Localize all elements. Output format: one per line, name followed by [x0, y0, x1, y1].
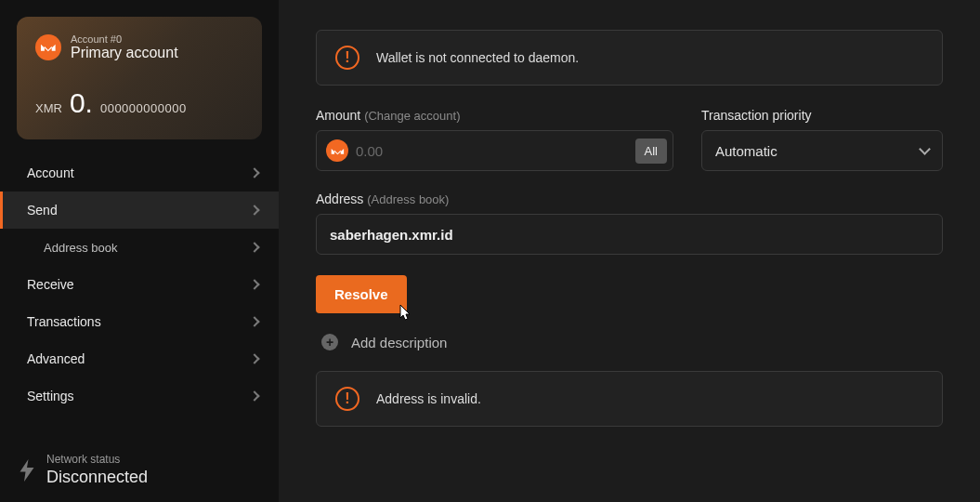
all-button[interactable]: All — [635, 139, 667, 164]
warning-icon: ! — [335, 387, 359, 411]
sidebar-item-transactions[interactable]: Transactions — [0, 303, 279, 340]
network-status-label: Network status — [46, 453, 148, 466]
sidebar-item-label: Settings — [27, 389, 74, 403]
sidebar-item-receive[interactable]: Receive — [0, 266, 279, 303]
resolve-button[interactable]: Resolve — [316, 275, 407, 313]
amount-label: Amount — [316, 108, 360, 123]
amount-input[interactable] — [356, 143, 628, 159]
account-number: Account #0 — [71, 33, 178, 45]
monero-logo-icon — [326, 139, 348, 162]
address-input[interactable] — [330, 227, 929, 243]
sidebar-menu: Account Send Address book Receive Transa… — [0, 154, 279, 438]
balance-integer: 0. — [70, 87, 93, 119]
chevron-right-icon — [249, 205, 259, 215]
chevron-right-icon — [249, 279, 259, 289]
main-content: ! Wallet is not connected to daemon. Amo… — [279, 0, 980, 502]
sidebar-item-label: Address book — [44, 241, 118, 255]
warning-icon: ! — [335, 46, 359, 70]
sidebar-item-address-book[interactable]: Address book — [0, 229, 279, 266]
priority-label: Transaction priority — [701, 108, 943, 123]
plus-icon: + — [321, 334, 338, 350]
sidebar-item-label: Transactions — [27, 314, 101, 329]
monero-logo-icon — [35, 34, 61, 60]
chevron-right-icon — [249, 242, 259, 252]
daemon-warning-alert: ! Wallet is not connected to daemon. — [316, 30, 943, 86]
network-status-panel[interactable]: Network status Disconnected — [0, 438, 279, 502]
add-description-label: Add description — [351, 335, 447, 350]
account-card[interactable]: Account #0 Primary account XMR 0. 000000… — [17, 17, 262, 139]
chevron-right-icon — [249, 316, 259, 326]
priority-select[interactable]: Automatic — [701, 130, 943, 171]
sidebar-item-settings[interactable]: Settings — [0, 377, 279, 415]
bolt-icon — [19, 459, 35, 482]
account-name: Primary account — [71, 45, 178, 61]
change-account-link[interactable]: (Change account) — [364, 109, 460, 123]
alert-text: Wallet is not connected to daemon. — [376, 50, 579, 65]
amount-label-wrap: Amount (Change account) — [316, 108, 673, 123]
address-label: Address — [316, 192, 363, 206]
invalid-address-alert: ! Address is invalid. — [316, 371, 943, 427]
amount-input-box[interactable]: All — [316, 130, 673, 171]
sidebar-item-send[interactable]: Send — [0, 192, 279, 229]
priority-selected: Automatic — [715, 143, 777, 159]
sidebar-item-account[interactable]: Account — [0, 154, 279, 192]
chevron-down-icon — [919, 143, 931, 155]
address-input-box[interactable] — [316, 214, 943, 255]
account-balance: XMR 0. 000000000000 — [35, 87, 243, 119]
chevron-right-icon — [249, 390, 259, 401]
currency-label: XMR — [35, 101, 62, 115]
network-status-value: Disconnected — [46, 468, 148, 487]
sidebar-item-label: Receive — [27, 277, 74, 292]
chevron-right-icon — [249, 353, 259, 363]
add-description-button[interactable]: + Add description — [321, 334, 943, 350]
sidebar-item-label: Send — [27, 203, 58, 218]
address-label-wrap: Address (Address book) — [316, 192, 943, 206]
sidebar-item-advanced[interactable]: Advanced — [0, 340, 279, 377]
sidebar: Account #0 Primary account XMR 0. 000000… — [0, 0, 279, 502]
alert-text: Address is invalid. — [376, 391, 481, 406]
sidebar-item-label: Advanced — [27, 351, 85, 366]
address-book-link[interactable]: (Address book) — [367, 192, 449, 206]
chevron-right-icon — [249, 167, 259, 178]
balance-fraction: 000000000000 — [100, 101, 187, 115]
cursor-icon — [398, 304, 412, 323]
sidebar-item-label: Account — [27, 165, 74, 180]
